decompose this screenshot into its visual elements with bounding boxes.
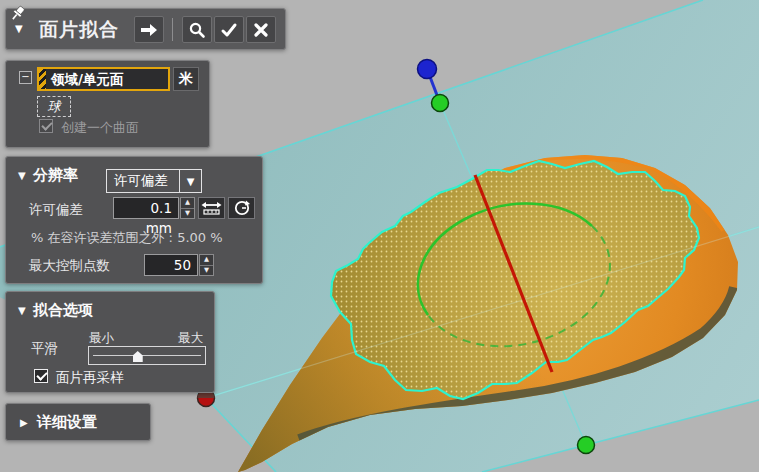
resolution-mode-dropdown[interactable]: 许可偏差 ▼ [106,169,202,193]
magnifier-icon [188,21,206,39]
stepper-up-icon[interactable]: ▲ [200,255,213,266]
dropdown-caret-icon[interactable]: ▼ [179,170,201,192]
fitting-title: 拟合选项 [33,301,93,320]
preview-button[interactable] [182,16,212,43]
detail-settings-title: 详细设置 [37,413,97,432]
pin-icon[interactable] [9,4,27,24]
tool-panel-header: ▼ 面片拟合 [5,8,286,50]
arrow-right-icon [139,22,159,38]
shape-type-chip[interactable]: 球 [37,96,71,117]
create-surface-checkbox[interactable] [39,119,53,133]
panel-collapse-caret[interactable]: ▼ [15,23,23,34]
region-group-panel: − 领域/单元面 米 球 创建一个曲面 [5,60,210,148]
max-control-points-input[interactable]: 50 [144,254,198,276]
resolution-group-panel: ▼ 分辨率 许可偏差 ▼ 许可偏差 0.1 mm ▲ ▼ % 在容许误差范围之外… [5,156,263,284]
collapse-box[interactable]: − [19,71,32,84]
deviation-stepper[interactable]: ▲ ▼ [180,197,195,219]
toolbar-separator [172,18,173,41]
smooth-slider[interactable] [88,346,206,365]
rotate-clock-icon [233,199,251,217]
stepper-up-icon[interactable]: ▲ [181,198,194,209]
bottom-green-control-point[interactable] [578,437,595,454]
max-control-points-stepper[interactable]: ▲ ▼ [199,254,214,276]
region-field-label: 领域/单元面 [46,69,168,89]
detail-settings-bar[interactable]: ▶ 详细设置 [5,403,151,441]
app-window: { "panel": { "header": { "title": "面片拟合"… [0,0,759,472]
max-control-points-label: 最大控制点数 [29,257,110,275]
stepper-down-icon[interactable]: ▼ [181,209,194,219]
slider-track[interactable] [93,355,201,356]
out-of-tolerance-text: % 在容许误差范围之外 : 5.00 % [31,229,223,247]
top-green-control-point[interactable] [432,95,449,112]
resample-checkbox[interactable] [34,369,48,383]
detail-expand-caret[interactable]: ▶ [20,417,28,428]
resolution-mode-value: 许可偏差 [107,172,179,190]
selection-filter-button[interactable]: 米 [173,67,199,91]
ruler-arrows-icon [201,200,222,216]
accept-button[interactable] [214,16,244,43]
next-stage-button[interactable] [134,16,164,43]
panel-title: 面片拟合 [39,9,119,49]
smooth-min-label: 最小 [89,330,114,347]
smooth-label: 平滑 [31,340,58,358]
smooth-max-label: 最大 [178,330,203,347]
cancel-button[interactable] [246,16,276,43]
close-icon [253,22,269,38]
slider-handle[interactable] [133,351,143,362]
check-icon [220,22,238,38]
deviation-input[interactable]: 0.1 mm [113,197,179,219]
resample-label: 面片再采样 [56,369,124,387]
stepper-down-icon[interactable]: ▼ [200,266,213,276]
deviation-label: 许可偏差 [29,201,83,219]
measure-deviation-button[interactable] [198,197,225,219]
fitting-collapse-caret[interactable]: ▼ [18,305,26,316]
blue-control-point[interactable] [418,60,437,79]
estimate-button[interactable] [228,197,255,219]
resolution-collapse-caret[interactable]: ▼ [18,170,26,181]
fitting-options-panel: ▼ 拟合选项 平滑 最小 最大 面片再采样 [5,291,215,393]
active-field-hatch [39,69,46,89]
resolution-title: 分辨率 [33,166,78,185]
region-selection-field[interactable]: 领域/单元面 [37,67,170,91]
create-surface-label: 创建一个曲面 [61,119,139,137]
